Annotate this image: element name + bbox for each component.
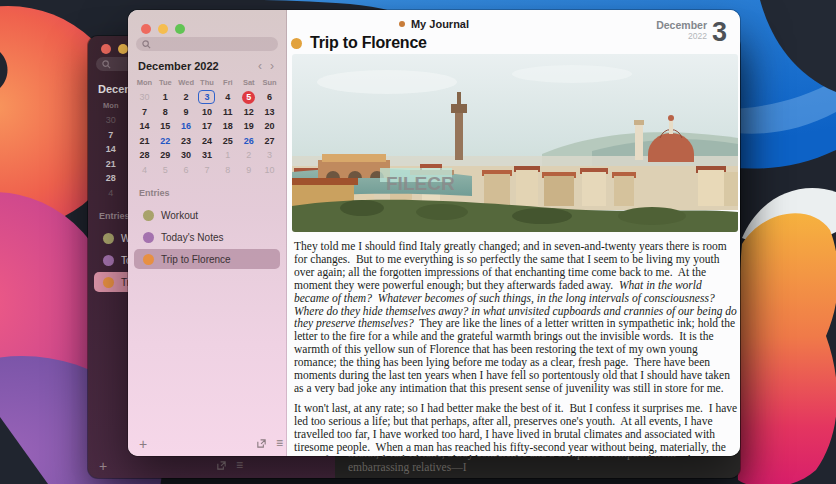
entry-label: Trip to Florence	[161, 254, 231, 265]
close-button[interactable]	[101, 44, 111, 54]
calendar-day-9[interactable]: 9	[176, 106, 197, 118]
open-entry-icon[interactable]	[216, 460, 227, 471]
entries-header: Entries	[139, 188, 286, 198]
calendar-day-16[interactable]: 16	[176, 120, 197, 132]
entry-item-trip-to-florence[interactable]: Trip to Florence	[134, 249, 280, 269]
calendar-day-7[interactable]: 7	[134, 106, 155, 118]
entry-editor[interactable]: December 2022 3 Trip to Florence	[286, 10, 740, 456]
entry-paragraph: They told me I should find Italy greatly…	[294, 240, 738, 395]
weekday-label: Thu	[197, 78, 218, 87]
calendar-day-29[interactable]: 29	[155, 149, 176, 161]
entry-body-text[interactable]: They told me I should find Italy greatly…	[294, 240, 738, 456]
calendar-day-13[interactable]: 13	[259, 106, 280, 118]
entry-date-year: 2022	[656, 31, 707, 41]
calendar-day-5[interactable]: 5	[238, 91, 259, 104]
calendar-day-4[interactable]: 4	[217, 91, 238, 103]
calendar-day-23[interactable]: 23	[176, 135, 197, 147]
calendar-day-11[interactable]: 11	[217, 106, 238, 118]
add-entry-button[interactable]: +	[139, 437, 147, 451]
calendar-day-17[interactable]: 17	[197, 120, 218, 132]
calendar-day-9[interactable]: 9	[238, 164, 259, 176]
calendar-day-15[interactable]: 15	[155, 120, 176, 132]
entry-item-workout[interactable]: Workout	[134, 205, 280, 225]
calendar-day-10[interactable]: 10	[259, 164, 280, 176]
weekday-label: Mon	[94, 101, 128, 110]
list-view-icon[interactable]: ≡	[236, 460, 243, 471]
calendar-day-2[interactable]: 2	[176, 91, 197, 103]
calendar-day-21[interactable]: 21	[134, 135, 155, 147]
weekday-label: Fri	[217, 78, 238, 87]
calendar-day-6[interactable]: 6	[176, 164, 197, 176]
calendar-day-3[interactable]: 3	[259, 149, 280, 161]
calendar-day-25[interactable]: 25	[217, 135, 238, 147]
weekday-label: Wed	[176, 78, 197, 87]
calendar-day-4[interactable]: 4	[134, 164, 155, 176]
calendar-day-3[interactable]: 3	[197, 90, 218, 104]
weekday-label: Sat	[238, 78, 259, 87]
calendar-day-20[interactable]: 20	[259, 120, 280, 132]
close-button[interactable]	[141, 24, 151, 34]
calendar-month-title: December 2022	[138, 60, 219, 72]
calendar-day-18[interactable]: 18	[217, 120, 238, 132]
entry-photo-florence[interactable]: FILECR	[292, 54, 738, 232]
calendar-day-12[interactable]: 12	[238, 106, 259, 118]
minimize-button[interactable]	[158, 24, 168, 34]
photo-watermark: FILECR	[386, 173, 455, 194]
add-entry-button[interactable]: +	[99, 459, 107, 473]
calendar-day-28[interactable]: 28	[134, 149, 155, 161]
calendar-day-21[interactable]: 21	[94, 158, 128, 170]
weekday-label: Tue	[155, 78, 176, 87]
calendar-day-30[interactable]: 30	[94, 114, 128, 126]
entry-item-today-s-notes[interactable]: Today's Notes	[134, 227, 280, 247]
calendar-day-1[interactable]: 1	[155, 91, 176, 103]
calendar-day-14[interactable]: 14	[94, 143, 128, 155]
entry-date: December 2022 3	[656, 20, 727, 45]
entry-color-dot	[103, 233, 114, 244]
calendar-day-30[interactable]: 30	[134, 91, 155, 103]
calendar-day-26[interactable]: 26	[238, 135, 259, 147]
calendar-next-button[interactable]: ›	[266, 61, 278, 71]
weekday-label: Sun	[259, 78, 280, 87]
calendar-day-19[interactable]: 19	[238, 120, 259, 132]
sidebar: December 2022 ‹ › MonTueWedThuFriSatSun …	[128, 10, 287, 456]
entry-color-dot	[103, 255, 114, 266]
calendar-day-5[interactable]: 5	[155, 164, 176, 176]
calendar-day-10[interactable]: 10	[197, 106, 218, 118]
calendar-day-7[interactable]: 7	[197, 164, 218, 176]
florence-panorama: FILECR	[292, 54, 738, 232]
calendar-day-4[interactable]: 4	[94, 187, 128, 199]
calendar-day-7[interactable]: 7	[94, 129, 128, 141]
search-icon	[142, 40, 151, 49]
calendar: December 2022 ‹ › MonTueWedThuFriSatSun …	[128, 60, 286, 177]
calendar-day-30[interactable]: 30	[176, 149, 197, 161]
calendar-day-8[interactable]: 8	[155, 106, 176, 118]
calendar-day-8[interactable]: 8	[217, 164, 238, 176]
entry-color-dot	[103, 277, 114, 288]
entry-color-dot	[143, 210, 154, 221]
entry-color-dot	[143, 254, 154, 265]
entry-paragraph: It won't last, at any rate; so I had bet…	[294, 402, 738, 456]
desktop: has reached his fifty-second year withou…	[0, 0, 836, 484]
minimize-button[interactable]	[118, 44, 128, 54]
entry-color-dot	[143, 232, 154, 243]
calendar-day-28[interactable]: 28	[94, 172, 128, 184]
calendar-day-1[interactable]: 1	[217, 149, 238, 161]
calendar-day-2[interactable]: 2	[238, 149, 259, 161]
search-input[interactable]	[136, 37, 278, 51]
zoom-button[interactable]	[175, 24, 185, 34]
entry-date-day: 3	[712, 20, 727, 45]
calendar-day-14[interactable]: 14	[134, 120, 155, 132]
list-view-icon[interactable]: ≡	[276, 438, 283, 449]
open-entry-icon[interactable]	[256, 438, 267, 449]
calendar-day-6[interactable]: 6	[259, 91, 280, 103]
weekday-label: Mon	[134, 78, 155, 87]
entry-title[interactable]: Trip to Florence	[310, 34, 427, 52]
calendar-day-22[interactable]: 22	[155, 135, 176, 147]
journal-window[interactable]: December 2022 3 Trip to Florence	[128, 10, 740, 456]
calendar-prev-button[interactable]: ‹	[254, 61, 266, 71]
calendar-day-31[interactable]: 31	[197, 149, 218, 161]
entry-color-dot	[291, 38, 302, 49]
entry-label: Workout	[161, 210, 198, 221]
calendar-day-24[interactable]: 24	[197, 135, 218, 147]
calendar-day-27[interactable]: 27	[259, 135, 280, 147]
